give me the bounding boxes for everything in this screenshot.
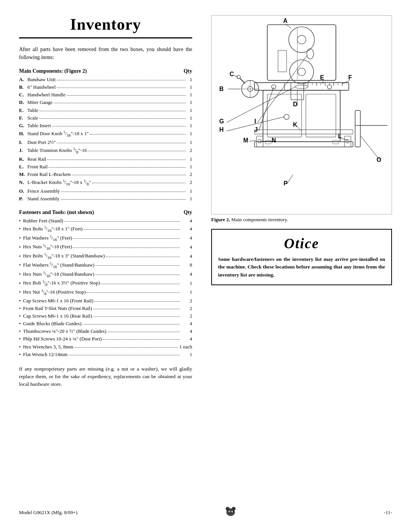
list-item: A. Bandsaw Unit 1 [19, 76, 192, 83]
svg-text:D: D [293, 101, 297, 107]
svg-text:G: G [219, 118, 224, 125]
svg-text:N: N [272, 137, 276, 144]
list-item: E. Table 1 [19, 107, 192, 114]
list-item: Flat Wrench 12/14mm 1 [19, 351, 192, 358]
svg-point-77 [232, 507, 236, 511]
svg-rect-16 [355, 110, 360, 147]
main-components-label: Main Components: (Figure 2) [19, 68, 87, 74]
svg-line-22 [240, 78, 245, 84]
list-item: L. Front Rail 1 [19, 163, 192, 171]
footer: Model G0621X (Mfg. 8/09+) -11- [19, 504, 392, 521]
left-column: Inventory After all parts have been remo… [19, 15, 200, 509]
svg-point-35 [295, 85, 308, 89]
list-item: Hex Nuts 5/16"-18 (Stand/Bandsaw) 4 [19, 270, 192, 279]
list-item: O. Fence Assembly 1 [19, 187, 192, 195]
list-item: Front Rail T-Slot Nuts (Front Rail) 2 [19, 305, 192, 312]
svg-text:M: M [243, 137, 248, 144]
list-item: Phlp Hd Screws 10-24 x ¼" (Dust Port) 4 [19, 335, 192, 343]
svg-point-23 [237, 75, 240, 79]
svg-point-81 [229, 513, 232, 514]
svg-text:I: I [255, 118, 256, 125]
list-item: F. Scale 1 [19, 114, 192, 122]
closing-text: If any nonproprietary parts are missing … [19, 365, 192, 388]
fasteners-header: Fasteners and Tools: (not shown) Qty [19, 209, 192, 216]
svg-text:O: O [377, 157, 381, 163]
figure-caption-bold: Figure 2. [211, 217, 230, 222]
list-item: Hex Bolt 3/8"-16 x 3½" (Positive Stop) 1 [19, 279, 192, 288]
svg-point-39 [327, 85, 331, 89]
list-item: I. Dust Port 2½" 1 [19, 139, 192, 146]
svg-point-36 [284, 114, 289, 120]
svg-point-37 [307, 49, 314, 59]
notice-title: Otice [218, 235, 385, 252]
title-rule [19, 37, 192, 38]
list-item: C. Handwheel Handle 1 [19, 91, 192, 99]
figure-caption-text: Main components inventory. [230, 217, 288, 222]
footer-page: -11- [384, 510, 392, 516]
diagram-container: A B C D E F [211, 15, 392, 223]
main-components-qty-label: Qty [183, 68, 192, 74]
list-item: Cap Screws M6-1 x 16 (Front Rail) 2 [19, 297, 192, 305]
intro-text: After all parts have been removed from t… [19, 45, 192, 61]
svg-point-80 [232, 511, 233, 512]
svg-text:L: L [338, 133, 342, 139]
page-title: Inventory [19, 15, 192, 34]
list-item: Rubber Feet (Stand) 4 [19, 217, 192, 225]
list-item: Cap Screws M6-1 x 16 (Rear Rail) 2 [19, 312, 192, 320]
svg-point-76 [226, 507, 229, 511]
right-column: A B C D E F [211, 15, 392, 509]
fastener-list: Rubber Feet (Stand) 4 Hex Bolts 5/16"-18… [19, 217, 192, 358]
figure-caption: Figure 2. Main components inventory. [211, 217, 392, 223]
svg-text:H: H [219, 126, 223, 133]
list-item: Hex Bolts 5/16"-18 x 3" (Stand/Bandsaw) … [19, 252, 192, 261]
diagram-inner: A B C D E F [212, 16, 392, 214]
list-item: D. Miter Gauge 1 [19, 99, 192, 106]
list-item: J. Table Trunnion Knobs 3/8"-16 2 [19, 146, 192, 155]
svg-rect-5 [278, 50, 287, 72]
list-item: Flat Washers 5/16" (Feet) 4 [19, 234, 192, 243]
bear-logo-icon [224, 504, 237, 521]
svg-text:K: K [293, 121, 298, 128]
svg-text:J: J [255, 126, 258, 133]
page: Inventory After all parts have been remo… [0, 0, 411, 532]
notice-box: Otice Some hardware/fasteners on the inv… [211, 229, 392, 286]
diagram-box: A B C D E F [211, 15, 392, 214]
diagram-svg: A B C D E F [212, 16, 392, 214]
svg-line-64 [297, 127, 301, 131]
notice-text: Some hardware/fasteners on the inventory… [218, 256, 385, 280]
svg-line-56 [226, 87, 295, 122]
svg-line-62 [259, 87, 274, 131]
svg-text:A: A [283, 18, 287, 24]
fasteners-qty-label: Qty [183, 209, 192, 216]
list-item: N. L-Bracket Knobs 5/16"-18 x 5/8" 2 [19, 178, 192, 187]
svg-line-68 [249, 141, 256, 141]
list-item: Flat Washers 5/16" (Stand/Bandsaw) 8 [19, 261, 192, 270]
list-item: H. Stand Door Knob 5/16"-18 x 1" 1 [19, 129, 192, 139]
fasteners-label: Fasteners and Tools: (not shown) [19, 209, 94, 216]
svg-rect-41 [333, 141, 339, 144]
svg-text:E: E [320, 74, 324, 81]
footer-model: Model G0621X (Mfg. 8/09+) [19, 510, 77, 516]
list-item: M. Front Rail L-Brackets 2 [19, 171, 192, 178]
svg-point-2 [297, 35, 306, 44]
svg-rect-12 [255, 142, 353, 147]
list-item: Hex Nuts 5/16"-18 (Feet) 4 [19, 243, 192, 252]
svg-text:B: B [219, 86, 223, 92]
list-item: K. Rear Rail 1 [19, 155, 192, 163]
svg-line-74 [287, 175, 293, 184]
list-item: Thumbscrews ¼"-20 x ½" (Blade Guides) 4 [19, 328, 192, 335]
svg-line-58 [258, 56, 307, 123]
list-item: Hex Bolts 5/16"-18 x 1" (Feet) 4 [19, 225, 192, 234]
list-item: Guide Blocks (Blade Guides) 4 [19, 320, 192, 328]
list-item: G. Table Insert 1 [19, 122, 192, 129]
svg-rect-40 [265, 141, 271, 144]
svg-text:F: F [348, 74, 352, 81]
svg-line-72 [361, 136, 380, 160]
component-list: A. Bandsaw Unit 1 B. 6" Handwheel 1 C. H… [19, 76, 192, 203]
list-item: Hex Wrenches 3, 5, 8mm 1 each [19, 343, 192, 351]
list-item: Hex Nut 3/8"-16 (Positive Stop) 1 [19, 288, 192, 297]
list-item: B. 6" Handwheel 1 [19, 83, 192, 91]
list-item: P. Stand Assembly 1 [19, 195, 192, 203]
svg-text:C: C [229, 71, 234, 77]
svg-point-79 [229, 511, 230, 512]
